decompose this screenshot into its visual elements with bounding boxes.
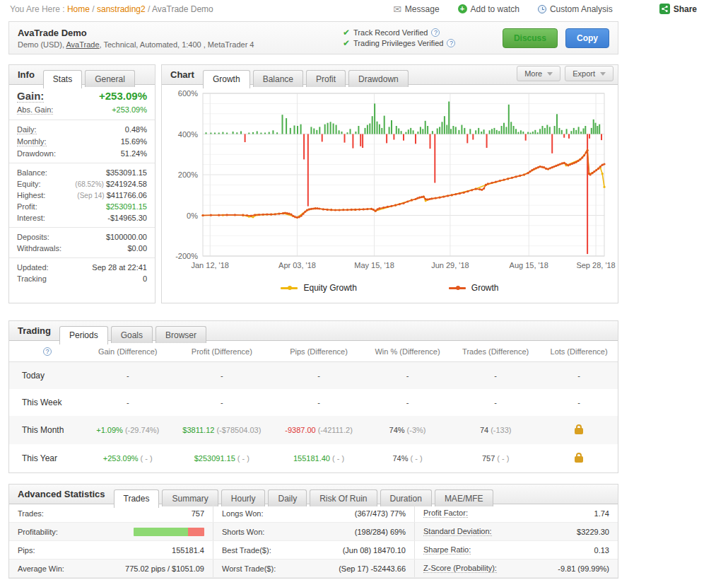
stat-value: (Jun 08) 18470.10 [343,546,406,555]
chart-header-buttons: More Export [517,66,613,84]
tab-growth[interactable]: Growth [203,70,250,88]
copy-button[interactable]: Copy [565,28,609,48]
info-row-label: Balance: [17,168,47,177]
period-cell: - [274,362,364,390]
info-row-prefix: (Sep 14) [77,192,104,199]
growth-chart-svg[interactable]: 600%400%200%0%-200%Jan 12, '18Apr 03, '1… [163,88,616,274]
legend-item[interactable]: Equity Growth [281,283,356,293]
info-row-main: $353091.15 [106,168,147,177]
discuss-button[interactable]: Discuss [503,28,558,48]
custom-analysis-button[interactable]: Custom Analysis [538,4,613,14]
breadcrumb-sep2: / [148,4,150,14]
stat-value: -9.81 (99.99%) [558,564,609,573]
breadcrumb-home-link[interactable]: Home [67,4,90,14]
legend-item[interactable]: Growth [449,283,499,293]
info-row-value: (Sep 14)$411766.06 [77,191,147,199]
info-panel-header: Info StatsGeneral [9,65,155,85]
tab-browser[interactable]: Browser [155,326,206,343]
tab-general[interactable]: General [85,70,135,87]
period-label: This Month [9,416,86,444]
info-row: Monthly:15.69% [9,136,155,148]
account-title: AvaTrade Demo [18,28,343,38]
chart-panel-title: Chart [166,69,203,84]
info-group: Balance:$353091.15Equity:(68.52%)$241924… [9,163,155,227]
trading-panel-header: Trading PeriodsGoalsBrowser [9,321,618,341]
advanced-stat-cell: Z-Score (Probability):-9.81 (99.99%) [414,559,618,577]
tab-drawdown[interactable]: Drawdown [348,70,409,87]
advanced-panel-header: Advanced Statistics TradesSummaryHourlyD… [9,485,618,504]
share-button[interactable]: Share [659,4,697,14]
info-row-main: $0.00 [127,244,147,253]
stat-label: Trades: [18,509,44,518]
period-label: This Year [9,444,86,472]
cell-value: 74% [392,454,408,463]
period-cell: 155181.40( - ) [274,444,364,472]
stat-label: Standard Deviation: [423,527,492,536]
svg-text:-200%: -200% [175,252,198,260]
stat-main: $3229.30 [577,528,609,536]
stat-main: 155181.4 [172,546,204,555]
period-cell: - [274,389,364,416]
chart-panel: Chart GrowthBalanceProfitDrawdown More E… [161,64,618,303]
breadcrumb: You Are Here : Home / sanstrading2 / Ava… [10,4,213,14]
cell-value: - [317,398,320,407]
stat-main: 757 [192,509,204,518]
period-cell: +1.09%(-29.74%) [86,416,170,444]
info-row-value: 15.69% [121,137,147,146]
cell-value: - [577,371,580,380]
clock-icon [538,5,546,13]
help-icon[interactable]: ? [447,39,455,47]
breadcrumb-user-link[interactable]: sanstrading2 [97,4,146,14]
tab-stats[interactable]: Stats [43,70,82,88]
cell-value: 74% [389,426,405,434]
stat-value: 1.74 [594,509,609,518]
period-cell: - [86,389,170,416]
info-row-value: Sep 28 at 22:41 [92,263,147,272]
tab-periods[interactable]: Periods [59,326,108,344]
info-row: Updated:Sep 28 at 22:41 [9,262,155,273]
breadcrumb-sep1: / [92,4,94,14]
period-cell: +253.09%( - ) [86,444,170,472]
period-cell: - [364,362,451,390]
help-icon[interactable]: ? [43,347,52,356]
info-row-value: $253091.15 [106,202,147,211]
tab-goals[interactable]: Goals [111,326,153,343]
info-row: Equity:(68.52%)$241924.58 [9,178,155,190]
period-cell: - [451,362,540,390]
profitability-bar [134,528,204,536]
export-button[interactable]: Export [565,66,613,81]
cell-value: 757 [482,454,495,463]
account-subtitle-post: , Technical, Automated, 1:400 , MetaTrad… [100,40,254,49]
period-cell: 74%( - ) [364,444,451,472]
cell-difference: (-$78504.03) [216,426,261,434]
period-cell [540,416,618,444]
cell-value: 74 [480,426,488,434]
stat-label: Pips: [18,546,35,555]
cell-value: - [494,371,497,380]
stat-value: $3229.30 [577,528,609,536]
advanced-stat-cell: Profitability: [9,523,213,540]
message-button[interactable]: ✉ Message [393,4,439,14]
share-label: Share [674,4,697,14]
advanced-stats-row: Pips:155181.4Best Trade($):(Jun 08) 1847… [9,541,618,559]
custom-analysis-label: Custom Analysis [550,4,613,14]
advanced-stat-cell: Longs Won:(367/473) 77% [213,504,414,522]
advanced-stat-cell: Best Trade($):(Jun 08) 18470.10 [213,541,414,559]
tab-balance[interactable]: Balance [253,70,303,87]
cell-value: - [494,398,497,407]
cell-value: +1.09% [96,426,123,434]
info-row-value: 0 [143,274,147,283]
advanced-stat-cell: Average Win:775.02 pips / $1051.09 [9,559,213,577]
svg-text:Apr 03, '18: Apr 03, '18 [278,261,316,269]
cell-value: $253091.15 [194,454,235,463]
add-to-watch-button[interactable]: + Add to watch [458,4,519,14]
info-row: Withdrawals:$0.00 [9,243,155,254]
tab-profit[interactable]: Profit [306,70,346,87]
more-button[interactable]: More [517,66,560,81]
stat-value: (198/284) 69% [355,528,406,536]
help-icon[interactable]: ? [431,28,440,37]
info-row-value: +253.09% [112,105,147,114]
advanced-stat-cell: Standard Deviation:$3229.30 [414,523,618,540]
broker-link[interactable]: AvaTrade [66,40,99,49]
stat-label: Best Trade($): [222,546,271,555]
